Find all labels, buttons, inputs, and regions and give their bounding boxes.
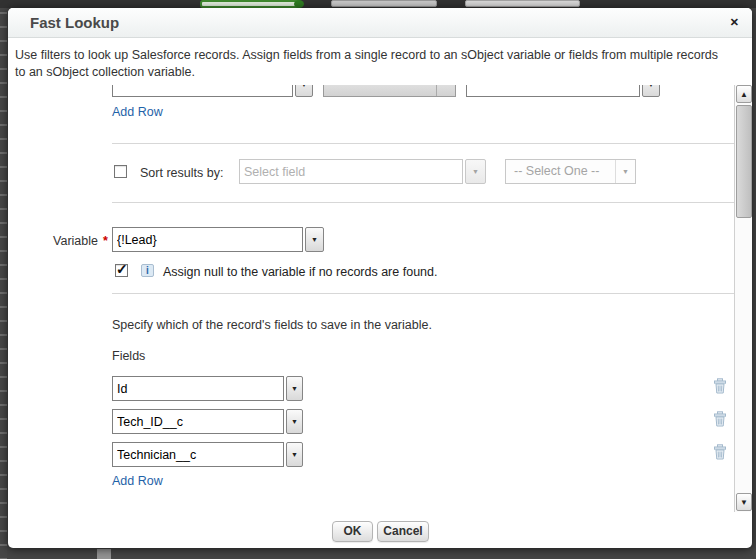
variable-label: Variable <box>50 234 98 248</box>
scroll-up-button[interactable]: ▲ <box>736 85 752 103</box>
backdrop-flow-element <box>200 0 300 8</box>
sort-order-select[interactable]: -- Select One -- ▼ <box>505 159 636 184</box>
sort-field-input[interactable] <box>239 159 463 184</box>
chevron-down-icon: ▼ <box>291 418 298 425</box>
trash-icon[interactable] <box>713 378 727 394</box>
variable-input[interactable] <box>112 227 303 252</box>
scroll-viewport: ▼ ▼ Add Row Sort results by: ▼ -- Select… <box>8 85 734 512</box>
sort-results-checkbox[interactable] <box>114 165 127 178</box>
chevron-down-icon: ▼ <box>291 385 298 392</box>
fast-lookup-dialog: Fast Lookup ✕ Use filters to look up Sal… <box>8 8 752 548</box>
screen: Fast Lookup ✕ Use filters to look up Sal… <box>0 0 756 559</box>
scroll-down-button[interactable]: ▼ <box>736 493 752 511</box>
scroll-down-icon: ▼ <box>740 498 748 507</box>
section-divider <box>112 202 734 203</box>
field-row-dropdown-button[interactable]: ▼ <box>286 409 303 434</box>
chevron-down-icon: ▼ <box>622 160 629 183</box>
info-icon[interactable]: i <box>141 264 154 277</box>
chevron-down-icon: ▼ <box>301 85 308 88</box>
trash-icon[interactable] <box>713 444 727 460</box>
ok-button[interactable]: OK <box>332 521 373 542</box>
field-row-dropdown-button[interactable]: ▼ <box>286 376 303 401</box>
filter-field-dropdown-button[interactable]: ▼ <box>295 85 313 97</box>
cancel-button[interactable]: Cancel <box>377 521 429 542</box>
assign-null-checkbox[interactable]: ✓ <box>115 264 128 277</box>
fields-label: Fields <box>112 349 145 363</box>
vertical-scrollbar[interactable]: ▲ ▼ <box>734 85 752 512</box>
backdrop-toolbar-box <box>331 0 437 7</box>
chevron-down-icon: ▼ <box>311 236 318 243</box>
select-arrow-box: ▼ <box>615 160 635 183</box>
required-asterisk: * <box>103 234 108 248</box>
filter-operator-select[interactable] <box>323 85 456 97</box>
fields-instruction: Specify which of the record's fields to … <box>112 318 432 332</box>
scrollbar-thumb[interactable] <box>736 105 752 218</box>
field-row-input[interactable] <box>112 376 284 401</box>
chevron-down-icon: ▼ <box>291 451 298 458</box>
add-field-row-link[interactable]: Add Row <box>112 474 163 488</box>
chevron-down-icon: ▼ <box>648 85 655 88</box>
filter-field-input[interactable] <box>112 85 293 97</box>
field-row-dropdown-button[interactable]: ▼ <box>286 442 303 467</box>
add-filter-row-link[interactable]: Add Row <box>112 105 163 119</box>
section-divider <box>112 293 734 294</box>
backdrop-toolbar-box <box>465 0 580 7</box>
sort-results-label: Sort results by: <box>140 166 223 180</box>
chevron-down-icon: ▼ <box>472 168 479 175</box>
close-icon[interactable]: ✕ <box>730 15 739 29</box>
dialog-title: Fast Lookup <box>30 8 119 37</box>
sort-order-value: -- Select One -- <box>514 164 599 178</box>
backdrop-page-fragment <box>97 549 111 559</box>
section-divider <box>112 143 734 144</box>
filter-value-input[interactable] <box>466 85 640 97</box>
trash-icon[interactable] <box>713 411 727 427</box>
field-row-input[interactable] <box>112 409 284 434</box>
backdrop-flow-node-icon <box>294 0 304 8</box>
check-icon: ✓ <box>116 262 128 276</box>
assign-null-label: Assign null to the variable if no record… <box>163 265 437 279</box>
dialog-description: Use filters to look up Salesforce record… <box>15 47 729 81</box>
select-divider <box>436 85 437 96</box>
sort-field-dropdown-button[interactable]: ▼ <box>465 159 486 184</box>
variable-dropdown-button[interactable]: ▼ <box>305 227 324 252</box>
backdrop-page-edge <box>0 0 7 559</box>
field-row-input[interactable] <box>112 442 284 467</box>
dialog-header: Fast Lookup ✕ <box>8 8 752 38</box>
filter-value-dropdown-button[interactable]: ▼ <box>642 85 660 97</box>
scroll-up-icon: ▲ <box>740 90 748 99</box>
